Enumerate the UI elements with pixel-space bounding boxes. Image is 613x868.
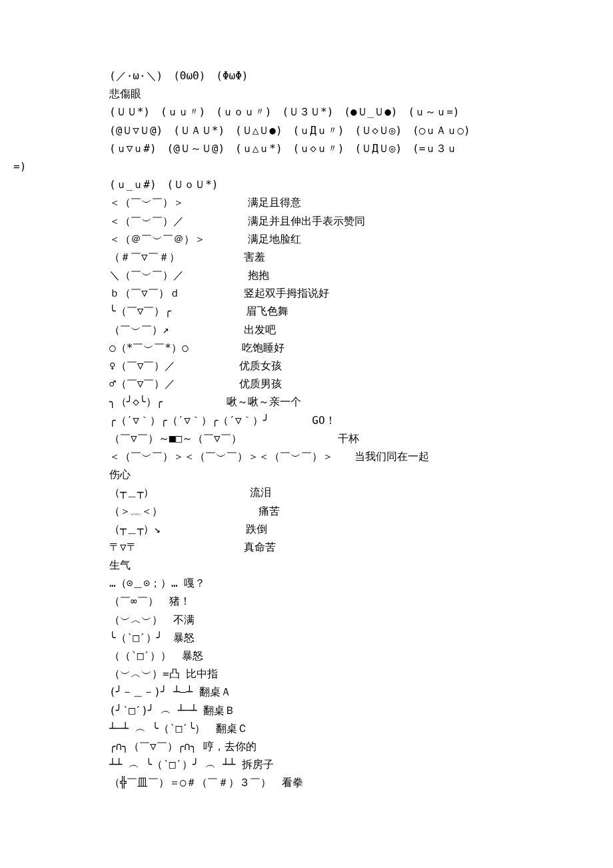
text-line: ｂ（￣▽￣）ｄ 竖起双手拇指说好 [0,284,613,302]
text-line: ┴─┴ ︵ ╰（‵□′╰） 翻桌Ｃ [0,719,613,737]
text-line: （￣︶￣）↗ 出发吧 [0,321,613,339]
text-line: （┬＿┬） 流泪 [0,483,613,501]
text-line: （╬￣皿￣）＝○＃（￣＃）３￣） 看拳 [0,773,613,791]
text-line: (╯－＿－)╯ ┴—┴ 翻桌Ａ [0,683,613,701]
text-line: ╰（￣▽￣）╭ 眉飞色舞 [0,302,613,320]
text-line: ＜（＠￣︶￣＠）＞ 满足地脸红 [0,230,613,248]
text-line: （┬＿┬）↘ 跌倒 [0,520,613,538]
text-line: ╮（╯◇╰）╭ 啾～啾～亲一个 [0,393,613,411]
text-line: ＜（￣︶￣）＞＜（￣︶￣）＞＜（￣︶￣）＞ 当我们同在一起 [0,447,613,465]
text-line: ＜（￣︶￣）／ 满足并且伸出手表示赞同 [0,212,613,230]
text-line: (@Ｕ▽Ｕ@) (ＵＡＵ*) (Ｕ△Ｕ●) (ｕДｕ〃) (Ｕ◇Ｕ◎) (○ｕＡ… [0,121,613,139]
text-line: 悲傷眼 [0,85,613,103]
text-line: （￣∞￣） 猪！ [0,592,613,610]
text-line: ♂（￣▽￣）／ 优质男孩 [0,375,613,393]
text-line: ♀（￣▽￣）／ 优质女孩 [0,357,613,375]
text-line: ○（*￣︶￣*）○ 吃饱睡好 [0,339,613,357]
text-line: （￣▽￣）～■□～（￣▽￣） 干杯 [0,429,613,447]
text-line: (ｕ_ｕ#) (ＵｏＵ*) [0,175,613,193]
text-line: 〒▽〒 真命苦 [0,538,613,556]
text-line: 伤心 [0,465,613,483]
text-line: ╰（‵□′）╯ 暴怒 [0,629,613,647]
text-line: …（⊙＿⊙；）… 嘎？ [0,574,613,592]
text-line: （︶︿︶） 不满 [0,611,613,629]
text-line: (╯‵□′)╯ ︵ ┴─┴ 翻桌Ｂ [0,701,613,719]
text-line: ┴┴ ︵ ╰（‵□′）╯ ︵ ┴┴ 拆房子 [0,755,613,773]
text-line: (ＵＵ*) (ｕｕ〃) (ｕｏｕ〃) (Ｕ３Ｕ*) (●Ｕ_Ｕ●) (ｕ～ｕ=) [0,103,613,121]
text-line: ＼（￣︶￣）／ 抱抱 [0,266,613,284]
document-body: (／·ω·＼) (ΘωΘ) (ΦωΦ)悲傷眼(ＵＵ*) (ｕｕ〃) (ｕｏｕ〃)… [0,0,613,859]
text-line: （（‵□′）） 暴怒 [0,647,613,665]
text-line: （＞﹏＜） 痛苦 [0,502,613,520]
text-line: ╭（′▽｀）╭（′▽｀）╭（′▽｀）╯ GO！ [0,411,613,429]
text-line: (／·ω·＼) (ΘωΘ) (ΦωΦ) [0,67,613,85]
text-line: ＜（￣︶￣）＞ 满足且得意 [0,193,613,211]
text-line: 生气 [0,556,613,574]
text-line: ╭∩╮（￣▽￣）╭∩╮ 哼，去你的 [0,737,613,755]
text-line: （＃￣▽￣＃） 害羞 [0,248,613,266]
text-line: (ｕ▽ｕ#) (@Ｕ～Ｕ@) (ｕ△ｕ*) (ｕ◇ｕ〃) (ＵДＵ◎) (=ｕ３… [0,139,613,157]
text-line: （︶︿︶）=凸 比中指 [0,665,613,683]
text-line: =) [0,157,613,175]
